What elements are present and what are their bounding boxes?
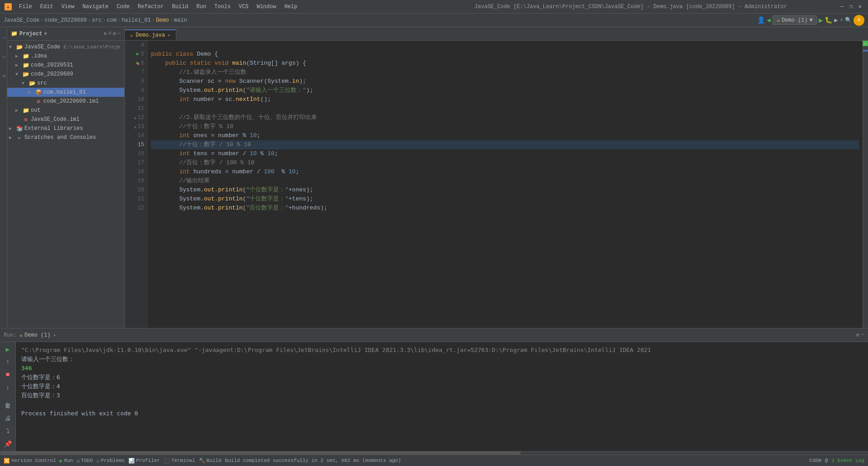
breadcrumb-class[interactable]: Demo bbox=[156, 17, 169, 24]
menu-file[interactable]: File bbox=[15, 3, 36, 11]
menu-navigate[interactable]: Navigate bbox=[79, 3, 112, 11]
menu-tools[interactable]: Tools bbox=[211, 3, 234, 11]
breadcrumb-package[interactable]: hailei_01 bbox=[122, 17, 151, 24]
tree-item-code-609[interactable]: ▼ 📂 code_20220609 bbox=[7, 70, 124, 79]
status-version-control[interactable]: 🔀 Version Control bbox=[4, 458, 56, 464]
java-file-icon: ☕ bbox=[130, 33, 133, 38]
run-wrap-button[interactable]: ⤵ bbox=[2, 426, 13, 437]
folder-icon: 📂 bbox=[22, 71, 29, 78]
menu-code[interactable]: Code bbox=[113, 3, 133, 11]
breadcrumb-com[interactable]: com bbox=[107, 17, 117, 24]
breadcrumb-module[interactable]: code_20220609 bbox=[44, 17, 87, 24]
debug-button[interactable]: 🐛 bbox=[825, 16, 832, 24]
status-terminal[interactable]: ⬛ Terminal bbox=[164, 458, 195, 464]
line-8: 8 bbox=[141, 77, 144, 86]
nav-profile-icon[interactable]: 👤 bbox=[757, 16, 765, 24]
code-editor[interactable]: public class Demo { public static void m… bbox=[147, 41, 863, 328]
status-build[interactable]: 🔨 Build bbox=[199, 458, 222, 464]
code-line-17: //百位：数字 / 100 % 10 bbox=[151, 158, 859, 167]
run-tab-demo[interactable]: ☕ Demo (1) bbox=[19, 332, 51, 338]
profiler-icon: 📊 bbox=[128, 458, 135, 464]
run-scrollbar[interactable] bbox=[0, 451, 868, 455]
menu-run[interactable]: Run bbox=[193, 3, 210, 11]
run-up-button[interactable]: ↑ bbox=[2, 357, 13, 367]
panel-close-button[interactable]: — bbox=[118, 30, 121, 37]
status-todo[interactable]: ☑ TODO bbox=[76, 458, 93, 464]
profile-button[interactable]: ⚡ bbox=[840, 17, 843, 24]
coverage-button[interactable]: ▶ bbox=[834, 16, 838, 24]
breadcrumb-project[interactable]: JavaSE_Code bbox=[4, 17, 39, 24]
run-tab-close[interactable]: ✕ bbox=[53, 333, 56, 338]
code-line-12: //2.获取这个三位数的个位、十位、百位并打印出来 bbox=[151, 113, 859, 122]
close-button[interactable]: ✕ bbox=[856, 3, 863, 10]
project-tool-icon[interactable]: P bbox=[0, 29, 7, 47]
tree-arrow: ▶ bbox=[9, 135, 14, 140]
run-pin-button[interactable]: 📌 bbox=[2, 438, 13, 449]
menu-window[interactable]: Window bbox=[253, 3, 280, 11]
run-tab-icon: ☕ bbox=[19, 332, 23, 338]
tree-item-ext-libs[interactable]: ▶ 📚 External Libraries bbox=[7, 124, 124, 133]
code-line-10: int number = sc.nextInt(); bbox=[151, 95, 859, 104]
nav-back-icon[interactable]: ◀ bbox=[767, 16, 770, 24]
menu-vcs[interactable]: VCS bbox=[235, 3, 252, 11]
status-profiler[interactable]: 📊 Profiler bbox=[128, 458, 160, 464]
run-play-button[interactable]: ▶ bbox=[2, 344, 13, 355]
menu-refactor[interactable]: Refactor bbox=[134, 3, 168, 11]
menu-edit[interactable]: Edit bbox=[37, 3, 57, 11]
status-message: Build completed successfully in 2 sec, 6… bbox=[225, 458, 806, 463]
tab-close-button[interactable]: ✕ bbox=[168, 33, 170, 38]
line-14: 14 bbox=[138, 131, 144, 140]
code-line-22: System.out.println("百位数字是："+hundreds); bbox=[151, 204, 859, 213]
bookmarks-tool-icon[interactable]: B bbox=[0, 67, 7, 85]
title-bar: ☕ File Edit View Navigate Code Refactor … bbox=[0, 0, 868, 14]
run-print-button[interactable]: 🖨 bbox=[2, 413, 13, 424]
run-down-button[interactable]: ↓ bbox=[2, 382, 13, 393]
run-settings-icon[interactable]: ⚙ bbox=[856, 332, 859, 338]
tab-demo-java[interactable]: ☕ Demo.java ✕ bbox=[125, 29, 176, 40]
nav-actions: 👤 ◀ ☕ Demo (1) ▼ ▶ 🐛 ▶ ⚡ 🔍 A bbox=[757, 15, 864, 26]
tree-item-idea[interactable]: ▶ 📁 .idea bbox=[7, 52, 124, 61]
status-problems[interactable]: ⚠ Problems bbox=[97, 458, 125, 464]
minimize-button[interactable]: — bbox=[838, 3, 845, 10]
run-button[interactable]: ▶ bbox=[819, 16, 823, 25]
run-clear-button[interactable]: 🗑 bbox=[2, 400, 13, 411]
line-16: 16 bbox=[138, 149, 144, 158]
locate-file-button[interactable]: ⊕ bbox=[104, 30, 107, 37]
run-minimize-icon[interactable]: — bbox=[861, 332, 864, 338]
menu-build[interactable]: Build bbox=[168, 3, 192, 11]
breadcrumb-src[interactable]: src bbox=[92, 17, 102, 24]
tree-item-javase-code[interactable]: ▼ 📂 JavaSE_Code E:\Java_Learn\Proje bbox=[7, 43, 124, 52]
settings-button[interactable]: ⚙ bbox=[113, 30, 116, 37]
project-panel-dropdown[interactable]: ▼ bbox=[44, 31, 47, 37]
tree-item-src[interactable]: ▼ 📂 src bbox=[7, 79, 124, 88]
user-avatar[interactable]: A bbox=[854, 15, 864, 26]
run-scrollbar-thumb bbox=[0, 452, 521, 455]
line-7: 7 bbox=[141, 68, 144, 77]
problems-icon: ⚠ bbox=[97, 458, 100, 464]
run-stop-button[interactable]: ■ bbox=[2, 369, 13, 380]
event-log-indicator[interactable]: 1 Event Log bbox=[831, 458, 864, 463]
menu-bar: File Edit View Navigate Code Refactor Bu… bbox=[15, 3, 423, 11]
run-config-dropdown[interactable]: ☕ Demo (1) ▼ bbox=[773, 15, 817, 25]
structure-tool-icon[interactable]: S bbox=[0, 48, 7, 66]
run-tab-label: Demo (1) bbox=[24, 332, 51, 338]
maximize-button[interactable]: ❐ bbox=[847, 3, 854, 10]
run-output: "C:\Program Files\Java\jdk-11.0.10\bin\j… bbox=[16, 342, 868, 451]
line-19: 19 bbox=[138, 176, 144, 185]
code-line-9: System.out.println("请输入一个三位数："); bbox=[151, 86, 859, 95]
breadcrumb-method[interactable]: main bbox=[174, 17, 187, 24]
status-run-button[interactable]: ▶ Run bbox=[60, 458, 73, 464]
menu-help[interactable]: Help bbox=[281, 3, 301, 11]
project-tree: ▼ 📂 JavaSE_Code E:\Java_Learn\Proje ▶ 📁 … bbox=[7, 41, 124, 328]
tree-item-code-531[interactable]: ▶ 📁 code_20220531 bbox=[7, 61, 124, 70]
tree-item-com-hailei[interactable]: ▶ 📦 com.hailei_01 bbox=[7, 88, 124, 97]
search-everywhere-button[interactable]: 🔍 bbox=[845, 17, 852, 24]
collapse-all-button[interactable]: ≡ bbox=[108, 30, 111, 37]
menu-view[interactable]: View bbox=[58, 3, 78, 11]
tree-item-javase-iml[interactable]: ▶ ⚙ JavaSE_Code.iml bbox=[7, 115, 124, 124]
tree-item-iml[interactable]: ▶ ⚙ code_20220609.iml bbox=[7, 97, 124, 106]
folder-icon: 📁 bbox=[22, 52, 29, 60]
tree-item-scratches[interactable]: ▶ ✏️ Scratches and Consoles bbox=[7, 133, 124, 142]
tree-item-out[interactable]: ▶ 📁 out bbox=[7, 106, 124, 115]
code-line-13: //个位：数字 % 10 bbox=[151, 122, 859, 131]
